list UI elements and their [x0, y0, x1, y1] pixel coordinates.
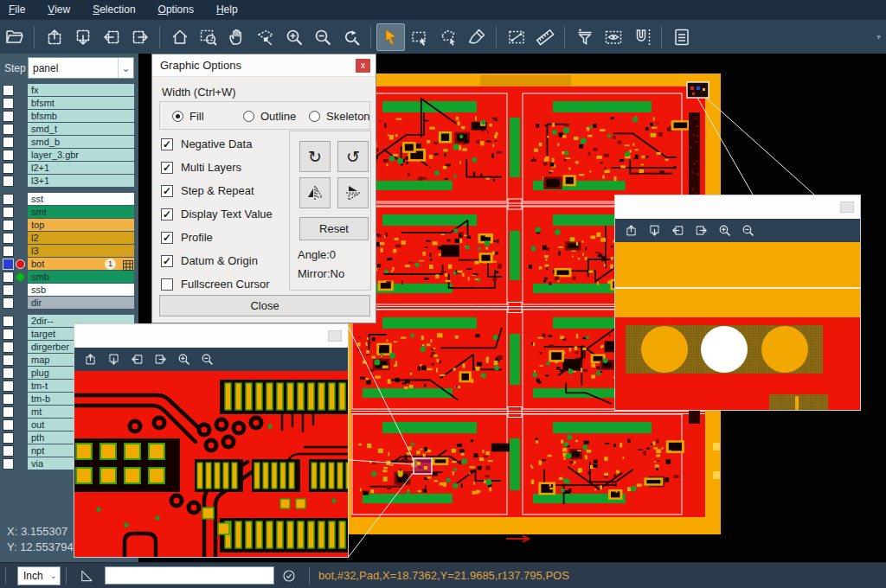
layer-checkbox[interactable]: [3, 342, 14, 353]
select-brush-icon[interactable]: [462, 23, 491, 51]
pan-hand-icon[interactable]: [222, 23, 251, 51]
layer-name[interactable]: l3: [28, 245, 134, 257]
layer-checkbox[interactable]: [3, 85, 14, 96]
layer-name[interactable]: smt: [28, 206, 134, 218]
select-cursor-icon[interactable]: [376, 23, 405, 51]
layer-checkbox[interactable]: [3, 233, 14, 244]
layer-checkbox[interactable]: [3, 98, 14, 109]
command-input[interactable]: [105, 566, 274, 585]
pan-left-icon[interactable]: [671, 223, 685, 238]
layer-name[interactable]: dir: [28, 297, 134, 309]
layer-row-smb[interactable]: smb: [0, 271, 138, 284]
reset-button[interactable]: Reset: [299, 217, 369, 240]
measure-distance-icon[interactable]: [502, 23, 530, 51]
window-button[interactable]: [840, 201, 854, 213]
pan-left-icon[interactable]: [97, 23, 125, 51]
run-command-icon[interactable]: [281, 568, 297, 584]
checkbox-negative-data[interactable]: ✓Negative Data: [161, 137, 252, 150]
layer-checkbox[interactable]: [3, 246, 14, 257]
layer-checkbox[interactable]: [3, 259, 14, 270]
layer-row-smd_b[interactable]: smd_b: [0, 136, 138, 149]
view-inspect-icon[interactable]: [599, 23, 627, 51]
layer-row-sst[interactable]: sst: [0, 193, 138, 206]
layer-checkbox[interactable]: [3, 163, 14, 174]
layer-row-dir[interactable]: dir: [0, 297, 138, 310]
checkbox-datum-origin[interactable]: ✓Datum & Origin: [161, 254, 258, 267]
zoom-previous-icon[interactable]: [337, 23, 365, 51]
layer-row-fx[interactable]: fx: [0, 84, 138, 97]
radio-skeleton[interactable]: Skeleton: [309, 110, 370, 123]
layer-name[interactable]: bfsmb: [28, 110, 134, 122]
layer-checkbox[interactable]: [3, 220, 14, 231]
zoom-window-viewport[interactable]: [615, 242, 860, 410]
pan-up-icon[interactable]: [40, 23, 68, 51]
layer-name[interactable]: fx: [28, 84, 134, 96]
zoom-out-icon[interactable]: [741, 223, 755, 238]
layer-checkbox[interactable]: [3, 207, 14, 218]
layer-checkbox[interactable]: [3, 329, 14, 340]
layer-checkbox[interactable]: [3, 406, 14, 418]
pan-right-icon[interactable]: [153, 352, 168, 367]
window-button[interactable]: [328, 330, 342, 342]
layer-checkbox[interactable]: [3, 419, 14, 431]
layer-name[interactable]: sst: [28, 193, 134, 205]
report-list-icon[interactable]: [667, 23, 696, 51]
pan-right-icon[interactable]: [125, 23, 154, 51]
layer-row-bot[interactable]: bot1: [0, 258, 138, 271]
zoom-out-icon[interactable]: [200, 352, 215, 367]
zoom-window-icon[interactable]: [194, 23, 222, 51]
checkbox-multi-layers[interactable]: ✓Multi Layers: [161, 161, 241, 174]
mirror-vertical-icon[interactable]: [337, 177, 369, 208]
select-polygon-icon[interactable]: [433, 23, 462, 51]
layer-checkbox[interactable]: [3, 432, 14, 444]
filter-icon[interactable]: [570, 23, 599, 51]
layer-checkbox[interactable]: [3, 445, 14, 457]
checkbox-profile[interactable]: ✓Profile: [161, 231, 213, 244]
zoom-in-icon[interactable]: [279, 23, 308, 51]
layer-checkbox[interactable]: [3, 316, 14, 327]
layer-checkbox[interactable]: [3, 458, 14, 470]
close-button[interactable]: Close: [159, 295, 370, 316]
zoom-home-icon[interactable]: [165, 23, 194, 51]
layer-checkbox[interactable]: [3, 368, 14, 379]
rotate-cw-icon[interactable]: ↻: [299, 141, 331, 172]
zoom-area-icon[interactable]: [251, 23, 279, 51]
graphic-options-dialog[interactable]: Graphic Options x Width (Ctrl+W) Fill Ou…: [151, 54, 376, 323]
mirror-horizontal-icon[interactable]: [299, 177, 331, 208]
zoom-window-pad[interactable]: [614, 195, 861, 411]
select-rectangle-icon[interactable]: [405, 23, 433, 51]
layer-checkbox[interactable]: [3, 272, 14, 283]
radio-outline[interactable]: Outline: [243, 110, 296, 123]
layer-name[interactable]: layer_3.gbr: [28, 149, 134, 161]
layer-name[interactable]: ssb: [28, 284, 134, 296]
layer-name[interactable]: bfsmt: [28, 97, 134, 109]
pan-up-icon[interactable]: [624, 223, 639, 238]
open-folder-icon[interactable]: [0, 23, 29, 51]
layer-checkbox[interactable]: [3, 150, 14, 161]
layer-row-bfsmb[interactable]: bfsmb: [0, 110, 138, 123]
menu-selection[interactable]: Selection: [93, 3, 135, 16]
zoom-window-detail[interactable]: [74, 323, 349, 558]
layer-name[interactable]: bot: [28, 258, 134, 270]
layer-name[interactable]: smb: [28, 271, 134, 283]
unit-select[interactable]: Inch ⌄: [17, 566, 61, 585]
layer-row-ssb[interactable]: ssb: [0, 284, 138, 297]
measure-ruler-icon[interactable]: [530, 23, 559, 51]
checkbox-fullscreen-cursor[interactable]: Fullscreen Cursor: [161, 278, 270, 291]
layer-name[interactable]: smd_t: [28, 123, 134, 135]
layer-checkbox[interactable]: [3, 124, 14, 135]
layer-checkbox[interactable]: [3, 176, 14, 187]
layer-row-bfsmt[interactable]: bfsmt: [0, 97, 138, 110]
radio-fill[interactable]: Fill: [172, 110, 204, 123]
layer-name[interactable]: smd_b: [28, 136, 134, 148]
layer-row-smd_t[interactable]: smd_t: [0, 123, 138, 136]
layer-checkbox[interactable]: [3, 380, 14, 392]
layer-row-layer_3.gbr[interactable]: layer_3.gbr: [0, 149, 138, 162]
layer-row-l2[interactable]: l2: [0, 232, 138, 245]
layer-checkbox[interactable]: [3, 137, 14, 148]
layer-checkbox[interactable]: [3, 284, 14, 296]
grid-icon[interactable]: [123, 259, 133, 269]
layer-name[interactable]: l2: [28, 232, 134, 244]
layer-checkbox[interactable]: [3, 355, 14, 366]
zoom-in-icon[interactable]: [717, 223, 732, 238]
